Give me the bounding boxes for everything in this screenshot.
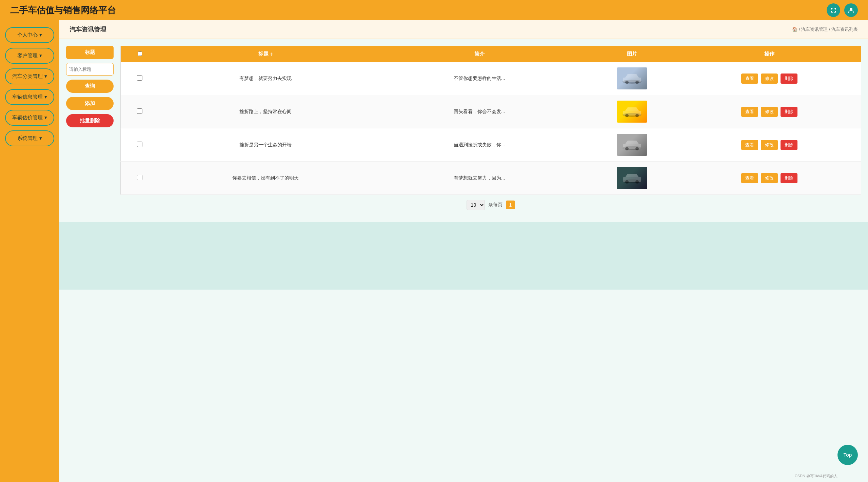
sidebar-item-car-valuation[interactable]: 车辆估价管理 ▾ [5, 110, 54, 126]
car-thumbnail [617, 67, 647, 89]
filter-label: 标题 [66, 46, 114, 59]
view-button[interactable]: 查看 [741, 173, 758, 183]
action-buttons: 查看 修改 删除 [681, 107, 857, 117]
footer-area [59, 222, 868, 290]
row-image [586, 128, 678, 162]
news-table: 标题 ⇕ 简介 图片 操作 有梦想，就要努力去实现 不管你想要怎样 [120, 46, 861, 195]
row-image [586, 162, 678, 195]
content-area: 标题 查询 添加 批量删除 标题 ⇕ [59, 39, 868, 222]
row-checkbox[interactable] [137, 142, 142, 147]
row-actions: 查看 修改 删除 [678, 95, 861, 128]
row-checkbox-cell [121, 128, 159, 162]
watermark: CSDN @写JAVA代码的人 [795, 474, 837, 479]
table-row: 你要去相信，没有到不了的明天 有梦想就去努力，因为... 查看 修改 [121, 162, 861, 195]
row-checkbox[interactable] [137, 75, 142, 81]
delete-button[interactable]: 删除 [781, 74, 797, 84]
th-checkbox [121, 46, 159, 62]
car-thumbnail [617, 101, 647, 123]
th-intro: 简介 [372, 46, 586, 62]
svg-point-0 [850, 8, 852, 11]
car-svg-icon [620, 71, 644, 86]
table-header-row: 标题 ⇕ 简介 图片 操作 [121, 46, 861, 62]
sort-icon[interactable]: ⇕ [270, 52, 273, 56]
sidebar-item-personal[interactable]: 个人中心 ▾ [5, 27, 54, 43]
sidebar-item-car-info[interactable]: 车辆信息管理 ▾ [5, 89, 54, 105]
row-title: 有梦想，就要努力去实现 [159, 62, 372, 95]
per-page-label: 条每页 [488, 202, 502, 208]
sidebar-item-customer[interactable]: 客户管理 ▾ [5, 48, 54, 64]
page-header: 汽车资讯管理 🏠 / 汽车资讯管理 / 汽车资讯列表 [59, 20, 868, 39]
sidebar-item-system[interactable]: 系统管理 ▾ [5, 130, 54, 146]
svg-point-11 [625, 147, 629, 150]
table-row: 挫折路上，坚持常在心间 回头看看，你会不会发... 查看 修改 [121, 95, 861, 128]
delete-button[interactable]: 删除 [781, 107, 797, 117]
row-title: 挫折路上，坚持常在心间 [159, 95, 372, 128]
page-title: 汽车资讯管理 [70, 25, 106, 34]
row-actions: 查看 修改 删除 [678, 128, 861, 162]
select-all-checkbox[interactable] [138, 51, 142, 56]
svg-point-8 [635, 114, 639, 117]
layout: 个人中心 ▾ 客户管理 ▾ 汽车分类管理 ▾ 车辆信息管理 ▾ 车辆估价管理 ▾… [0, 20, 868, 482]
edit-button[interactable]: 修改 [761, 140, 778, 150]
th-action: 操作 [678, 46, 861, 62]
edit-button[interactable]: 修改 [761, 173, 778, 183]
batch-delete-button[interactable]: 批量删除 [66, 114, 114, 127]
row-actions: 查看 修改 删除 [678, 162, 861, 195]
main-content: 汽车资讯管理 🏠 / 汽车资讯管理 / 汽车资讯列表 标题 查询 添加 批量删除 [59, 20, 868, 482]
row-title: 你要去相信，没有到不了的明天 [159, 162, 372, 195]
table-row: 有梦想，就要努力去实现 不管你想要怎样的生活... 查看 修改 [121, 62, 861, 95]
th-image: 图片 [586, 46, 678, 62]
sidebar: 个人中心 ▾ 客户管理 ▾ 汽车分类管理 ▾ 车辆信息管理 ▾ 车辆估价管理 ▾… [0, 20, 59, 482]
row-checkbox-cell [121, 95, 159, 128]
row-checkbox[interactable] [137, 175, 142, 180]
action-buttons: 查看 修改 删除 [681, 173, 857, 183]
app-title: 二手车估值与销售网络平台 [10, 4, 116, 16]
car-svg-icon [620, 170, 644, 186]
th-title: 标题 ⇕ [159, 46, 372, 62]
view-button[interactable]: 查看 [741, 74, 758, 84]
action-buttons: 查看 修改 删除 [681, 140, 857, 150]
row-title: 挫折是另一个生命的开端 [159, 128, 372, 162]
svg-point-3 [625, 81, 629, 84]
delete-button[interactable]: 删除 [781, 140, 797, 150]
row-checkbox[interactable] [137, 108, 142, 114]
per-page-select[interactable]: 10 20 50 [467, 200, 485, 210]
table-body: 有梦想，就要努力去实现 不管你想要怎样的生活... 查看 修改 [121, 62, 861, 195]
svg-point-16 [635, 180, 639, 184]
add-button[interactable]: 添加 [66, 97, 114, 110]
table-wrapper: 标题 ⇕ 简介 图片 操作 有梦想，就要努力去实现 不管你想要怎样 [120, 46, 861, 215]
breadcrumb: 🏠 / 汽车资讯管理 / 汽车资讯列表 [792, 26, 858, 33]
table-row: 挫折是另一个生命的开端 当遇到挫折或失败，你... 查看 修改 [121, 128, 861, 162]
row-intro: 有梦想就去努力，因为... [372, 162, 586, 195]
car-svg-icon [620, 104, 644, 119]
delete-button[interactable]: 删除 [781, 173, 797, 183]
svg-point-15 [625, 180, 629, 184]
pagination-area: 10 20 50 条每页 1 [120, 195, 861, 215]
svg-point-12 [635, 147, 639, 150]
view-button[interactable]: 查看 [741, 140, 758, 150]
action-buttons: 查看 修改 删除 [681, 74, 857, 84]
svg-point-7 [625, 114, 629, 117]
row-image [586, 95, 678, 128]
sidebar-item-car-category[interactable]: 汽车分类管理 ▾ [5, 68, 54, 84]
row-checkbox-cell [121, 62, 159, 95]
car-thumbnail [617, 167, 647, 189]
expand-icon [830, 7, 837, 14]
header: 二手车估值与销售网络平台 [0, 0, 868, 20]
row-intro: 当遇到挫折或失败，你... [372, 128, 586, 162]
row-image [586, 62, 678, 95]
edit-button[interactable]: 修改 [761, 107, 778, 117]
expand-icon-btn[interactable] [827, 3, 840, 17]
title-search-input[interactable] [66, 63, 114, 76]
row-intro: 回头看看，你会不会发... [372, 95, 586, 128]
page-1-button[interactable]: 1 [506, 201, 515, 209]
query-button[interactable]: 查询 [66, 80, 114, 93]
top-button[interactable]: Top [837, 445, 858, 465]
car-thumbnail [617, 134, 647, 156]
edit-button[interactable]: 修改 [761, 74, 778, 84]
svg-point-4 [635, 81, 639, 84]
view-button[interactable]: 查看 [741, 107, 758, 117]
user-icon-btn[interactable] [844, 3, 858, 17]
row-actions: 查看 修改 删除 [678, 62, 861, 95]
row-checkbox-cell [121, 162, 159, 195]
